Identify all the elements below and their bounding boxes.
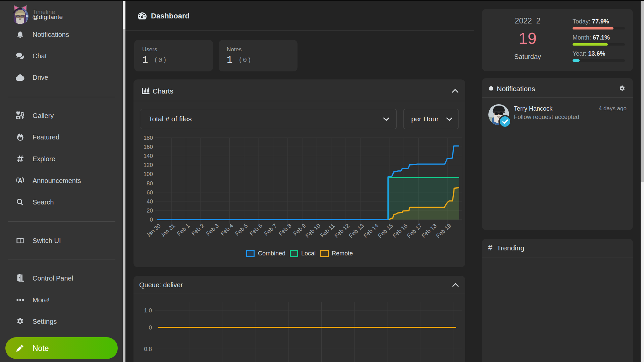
svg-text:120: 120 (144, 162, 153, 168)
svg-text:140: 140 (144, 153, 153, 159)
svg-text:Feb 1: Feb 1 (176, 223, 191, 237)
svg-text:Feb 7: Feb 7 (263, 223, 278, 237)
svg-text:Feb 18: Feb 18 (420, 223, 438, 239)
svg-text:100: 100 (144, 171, 153, 177)
svg-text:Feb 5: Feb 5 (234, 223, 249, 237)
svg-text:Jan 30: Jan 30 (145, 223, 162, 239)
svg-text:40: 40 (147, 198, 153, 205)
svg-text:Feb 12: Feb 12 (333, 223, 351, 239)
svg-text:80: 80 (147, 180, 153, 187)
svg-text:0.8: 0.8 (144, 346, 152, 352)
svg-text:180: 180 (144, 135, 153, 141)
svg-text:Feb 3: Feb 3 (205, 223, 220, 237)
svg-text:Feb 4: Feb 4 (219, 223, 234, 237)
svg-text:Feb 16: Feb 16 (391, 223, 409, 239)
svg-text:60: 60 (147, 189, 153, 196)
svg-text:Feb 13: Feb 13 (348, 223, 365, 239)
svg-text:160: 160 (144, 144, 153, 150)
svg-text:Feb 11: Feb 11 (319, 223, 336, 239)
svg-text:Feb 17: Feb 17 (406, 223, 423, 239)
svg-text:1.0: 1.0 (144, 307, 152, 314)
svg-text:Feb 14: Feb 14 (362, 223, 380, 239)
svg-text:Feb 8: Feb 8 (277, 223, 292, 237)
svg-text:0: 0 (150, 217, 153, 223)
svg-text:Jan 31: Jan 31 (159, 223, 176, 239)
svg-text:Feb 15: Feb 15 (377, 223, 394, 239)
svg-text:Feb 19: Feb 19 (435, 223, 452, 239)
svg-text:Feb 2: Feb 2 (191, 223, 206, 237)
svg-text:0: 0 (149, 324, 152, 331)
svg-text:Feb 10: Feb 10 (304, 223, 322, 239)
svg-text:20: 20 (147, 207, 153, 214)
svg-text:Feb 6: Feb 6 (249, 223, 264, 237)
